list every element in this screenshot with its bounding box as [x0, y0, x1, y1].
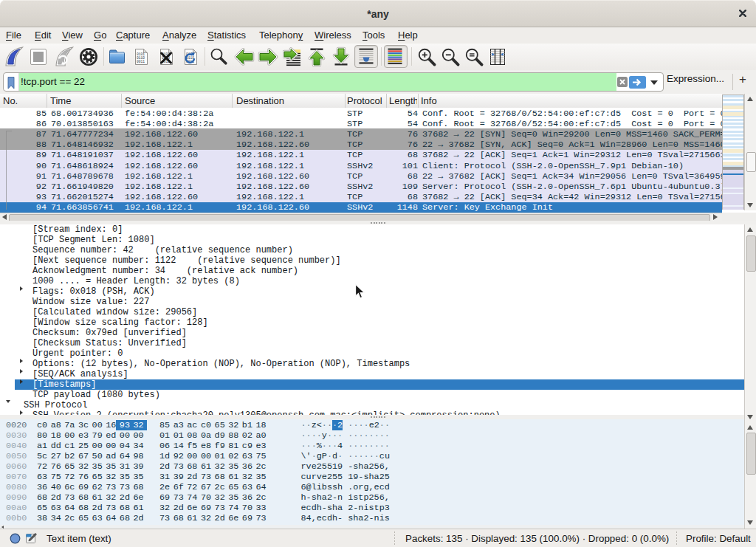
svg-text:0011: 0011 [137, 60, 145, 63]
